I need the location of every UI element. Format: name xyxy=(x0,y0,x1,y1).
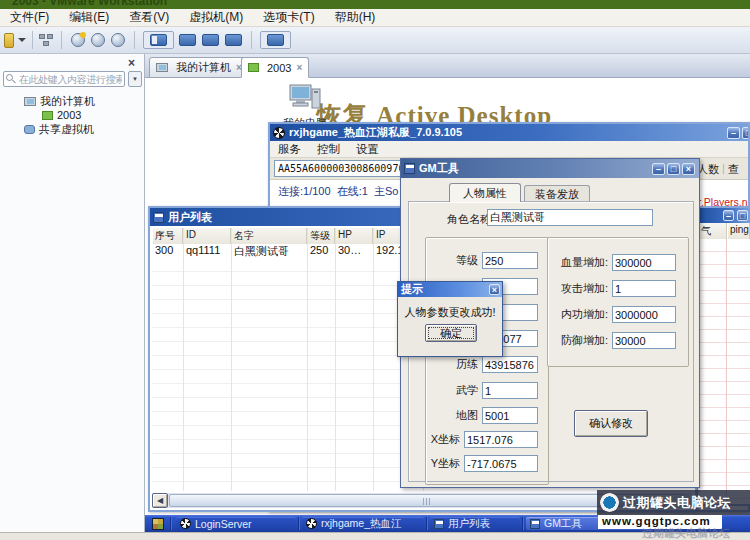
right-boost-groupbox: 血量增加: 攻击增加: 内功增加: 防御增加: xyxy=(547,237,689,367)
console-mode-icon xyxy=(267,34,284,46)
toolbar-separator xyxy=(61,31,62,49)
sidebar-item-my-computer[interactable]: 我的计算机 xyxy=(24,94,95,108)
power-dropdown-icon[interactable] xyxy=(18,38,26,42)
server-menubar: 服务 控制 设置 xyxy=(270,141,748,158)
revert-snapshot-icon[interactable] xyxy=(91,33,105,47)
quick-launch-icon[interactable] xyxy=(152,518,164,530)
menu-vm[interactable]: 虚拟机(M) xyxy=(179,9,253,26)
defense-boost-input[interactable] xyxy=(612,332,676,349)
maximize-icon[interactable]: □ xyxy=(667,163,680,175)
vm-tabbar: 我的计算机 × 2003 × xyxy=(145,54,750,78)
cell-hp: 30… xyxy=(335,244,373,258)
power-icon[interactable] xyxy=(4,33,14,48)
inner-boost-input[interactable] xyxy=(612,306,676,323)
toolbar-divider: | xyxy=(722,162,725,174)
column-header-level[interactable]: 等级 xyxy=(307,228,335,244)
network-icon[interactable] xyxy=(39,34,55,47)
search-input[interactable] xyxy=(3,71,125,87)
computer-icon xyxy=(24,97,36,106)
ok-button[interactable]: 确定 xyxy=(425,324,477,342)
watermark-banner: 过期罐头电脑论坛 xyxy=(597,490,750,515)
tab-equipment-grant[interactable]: 装备发放 xyxy=(524,185,590,202)
role-name-input[interactable] xyxy=(487,209,653,226)
map-input[interactable] xyxy=(482,407,538,424)
field-x-coord: X坐标 xyxy=(428,431,538,448)
computer-icon xyxy=(156,63,168,72)
dialog-titlebar: 提示 × xyxy=(398,282,502,297)
tab-character-attributes[interactable]: 人物属性 xyxy=(449,183,521,202)
x-coord-input[interactable] xyxy=(464,431,538,448)
app-title: 2003 - VMware Workstation xyxy=(12,0,167,8)
toolbar-separator xyxy=(134,31,135,49)
unity-icon[interactable] xyxy=(225,34,242,46)
snapshot-manager-icon[interactable] xyxy=(111,33,125,47)
field-label: 防御增加: xyxy=(550,333,608,348)
menu-view[interactable]: 查看(V) xyxy=(119,9,179,26)
field-label: 等级 xyxy=(428,253,478,268)
tab-label: 我的计算机 xyxy=(176,60,231,75)
search-icon xyxy=(6,74,13,81)
taskbar-item-user-list[interactable]: 用户列表 xyxy=(430,517,520,530)
forum-logo-icon xyxy=(600,493,619,512)
column-header-hp[interactable]: HP xyxy=(335,228,373,244)
close-icon[interactable]: × xyxy=(682,163,695,175)
gm-tool-icon xyxy=(530,519,540,529)
martial-input[interactable] xyxy=(482,382,538,399)
menu-settings[interactable]: 设置 xyxy=(356,142,379,157)
taskbar-separator xyxy=(426,517,427,530)
column-header-no[interactable]: 序号 xyxy=(152,228,183,244)
player-count-button[interactable]: 人数 xyxy=(697,162,719,177)
hp-boost-input[interactable] xyxy=(612,254,676,271)
server-app-icon xyxy=(273,127,285,139)
menu-control[interactable]: 控制 xyxy=(317,142,340,157)
minimize-icon[interactable]: – xyxy=(723,210,734,221)
taskbar-item-rxjhgame[interactable]: rxjhgame_热血江 xyxy=(302,517,424,530)
console-view-icon[interactable] xyxy=(179,34,196,46)
subwindow-titlebar: – □ xyxy=(698,208,750,223)
experience-input[interactable] xyxy=(482,356,538,373)
take-snapshot-icon[interactable] xyxy=(71,33,85,47)
column-header-qi[interactable]: 气 xyxy=(698,223,727,239)
search-dropdown-icon[interactable]: ▼ xyxy=(128,71,142,87)
menu-tabs[interactable]: 选项卡(T) xyxy=(253,9,324,26)
column-header-name[interactable]: 名字 xyxy=(231,228,307,244)
query-button[interactable]: 查 xyxy=(728,162,739,177)
console-mode-toggle[interactable] xyxy=(260,31,291,49)
sidebar-close-icon[interactable]: × xyxy=(128,56,135,70)
confirm-modify-button[interactable]: 确认修改 xyxy=(574,410,648,437)
vmware-workstation-window: 2003 - VMware Workstation 文件(F) 编辑(E) 查看… xyxy=(0,0,750,540)
server-window-title: rxjhgame_热血江湖私服_7.0.9.105 xyxy=(289,125,462,140)
app-menubar: 文件(F) 编辑(E) 查看(V) 虚拟机(M) 选项卡(T) 帮助(H) xyxy=(0,9,750,27)
menu-edit[interactable]: 编辑(E) xyxy=(59,9,119,26)
left-attributes-groupbox: 等级 历练 武学 地图 X坐标 Y坐标 xyxy=(425,237,549,485)
tab-close-icon[interactable]: × xyxy=(296,62,302,73)
menu-help[interactable]: 帮助(H) xyxy=(325,9,386,26)
tab-my-computer[interactable]: 我的计算机 × xyxy=(149,57,249,78)
fullscreen-icon[interactable] xyxy=(202,34,219,46)
sidebar-item-vm-2003[interactable]: 2003 xyxy=(42,108,81,122)
field-experience: 历练 xyxy=(428,356,538,373)
column-header-id[interactable]: ID xyxy=(183,228,231,244)
minimize-icon[interactable]: – xyxy=(727,127,740,139)
tab-2003[interactable]: 2003 × xyxy=(241,57,309,78)
minimize-icon[interactable]: – xyxy=(652,163,665,175)
maximize-icon[interactable]: □ xyxy=(737,210,748,221)
dialog-title: 提示 xyxy=(401,282,423,297)
sidebar-item-shared-vms[interactable]: 共享虚拟机 xyxy=(24,122,94,136)
library-panel-icon xyxy=(150,34,167,46)
y-coord-input[interactable] xyxy=(464,455,538,472)
taskbar-item-loginserver[interactable]: LoginServer xyxy=(176,517,296,530)
level-input[interactable] xyxy=(482,252,538,269)
taskbar-separator xyxy=(522,517,523,530)
attack-boost-input[interactable] xyxy=(612,280,676,297)
menu-file[interactable]: 文件(F) xyxy=(0,9,59,26)
maximize-icon[interactable]: □ xyxy=(742,127,748,139)
menu-service[interactable]: 服务 xyxy=(278,142,301,157)
close-icon[interactable]: × xyxy=(489,284,500,295)
dialog-message: 人物参数更改成功! xyxy=(398,305,502,320)
app-toolbar xyxy=(0,27,750,54)
gridline xyxy=(231,228,232,491)
scroll-left-icon[interactable]: ◀ xyxy=(152,493,168,508)
show-library-toggle[interactable] xyxy=(143,31,174,49)
column-header-ping[interactable]: ping xyxy=(727,223,750,239)
